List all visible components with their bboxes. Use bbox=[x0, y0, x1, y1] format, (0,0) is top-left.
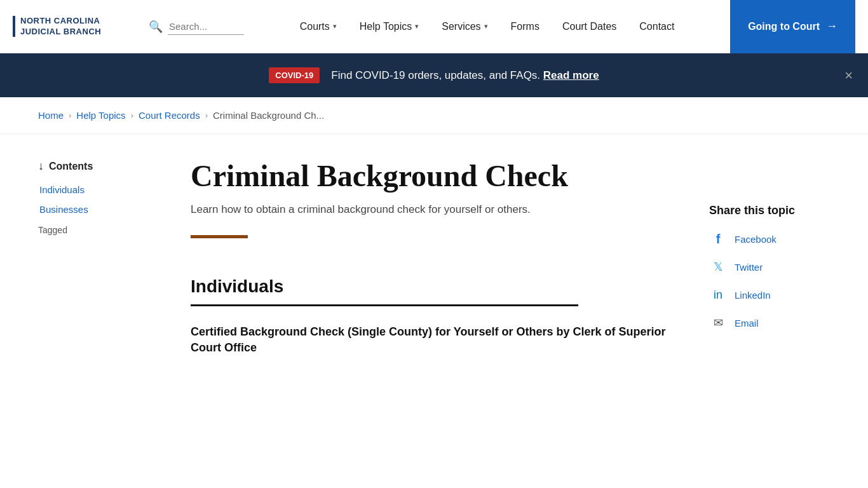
subsection-title: Certified Background Check (Single Count… bbox=[191, 324, 677, 356]
logo[interactable]: NORTH CAROLINA JUDICIAL BRANCH bbox=[13, 16, 127, 37]
nav-item-court-dates[interactable]: Court Dates bbox=[551, 0, 628, 53]
linkedin-icon: in bbox=[709, 286, 727, 304]
sidebar-link-businesses[interactable]: Businesses bbox=[38, 204, 153, 215]
main-content: Criminal Background Check Learn how to o… bbox=[165, 134, 703, 361]
covid-badge: COVID-19 bbox=[269, 67, 320, 83]
search-area: 🔍 bbox=[149, 18, 244, 35]
nav-item-services[interactable]: Services ▾ bbox=[430, 0, 499, 53]
section-individuals: Individuals Certified Background Check (… bbox=[191, 251, 677, 356]
section-divider bbox=[191, 304, 578, 306]
breadcrumb-separator: › bbox=[205, 111, 208, 120]
arrow-right-icon: → bbox=[826, 20, 837, 33]
search-input[interactable] bbox=[168, 18, 244, 35]
breadcrumb-help-topics[interactable]: Help Topics bbox=[76, 110, 125, 121]
covid-text: Find COVID-19 orders, updates, and FAQs.… bbox=[331, 69, 599, 82]
contents-title: ↓ Contents bbox=[38, 159, 153, 173]
sidebar-link-individuals[interactable]: Individuals bbox=[38, 184, 153, 195]
nav-item-help-topics[interactable]: Help Topics ▾ bbox=[348, 0, 430, 53]
covid-close-button[interactable]: × bbox=[844, 69, 853, 83]
breadcrumb-court-records[interactable]: Court Records bbox=[139, 110, 200, 121]
breadcrumb-separator: › bbox=[131, 111, 133, 120]
breadcrumb-current: Criminal Background Ch... bbox=[213, 110, 324, 121]
email-icon: ✉ bbox=[709, 314, 727, 332]
chevron-down-icon: ▾ bbox=[484, 22, 488, 30]
page-title: Criminal Background Check bbox=[191, 159, 677, 193]
down-arrow-icon: ↓ bbox=[38, 159, 44, 173]
title-divider bbox=[191, 235, 248, 238]
covid-banner: COVID-19 Find COVID-19 orders, updates, … bbox=[0, 53, 868, 97]
nav-item-forms[interactable]: Forms bbox=[499, 0, 551, 53]
share-linkedin-link[interactable]: in LinkedIn bbox=[709, 286, 830, 304]
main-nav: Courts ▾ Help Topics ▾ Services ▾ Forms … bbox=[259, 0, 715, 53]
covid-read-more-link[interactable]: Read more bbox=[543, 69, 599, 81]
page-subtitle: Learn how to obtain a criminal backgroun… bbox=[191, 203, 677, 216]
main-header: NORTH CAROLINA JUDICIAL BRANCH 🔍 Courts … bbox=[0, 0, 868, 53]
chevron-down-icon: ▾ bbox=[333, 22, 337, 30]
going-to-court-button[interactable]: Going to Court → bbox=[730, 0, 855, 53]
main-wrapper: ↓ Contents Individuals Businesses Tagged… bbox=[0, 134, 868, 361]
nav-item-contact[interactable]: Contact bbox=[628, 0, 686, 53]
nav-item-courts[interactable]: Courts ▾ bbox=[288, 0, 348, 53]
section-heading-individuals: Individuals bbox=[191, 276, 677, 297]
right-sidebar: Share this topic f Facebook 𝕏 Twitter in… bbox=[703, 134, 830, 361]
page-title-section: Criminal Background Check Learn how to o… bbox=[191, 134, 677, 251]
share-title: Share this topic bbox=[709, 204, 830, 217]
share-facebook-link[interactable]: f Facebook bbox=[709, 230, 830, 248]
breadcrumb-home[interactable]: Home bbox=[38, 110, 64, 121]
tagged-label: Tagged bbox=[38, 225, 153, 235]
share-email-link[interactable]: ✉ Email bbox=[709, 314, 830, 332]
left-sidebar: ↓ Contents Individuals Businesses Tagged bbox=[38, 134, 165, 361]
facebook-icon: f bbox=[709, 230, 727, 248]
logo-text: NORTH CAROLINA JUDICIAL BRANCH bbox=[13, 16, 101, 37]
breadcrumb: Home › Help Topics › Court Records › Cri… bbox=[0, 97, 868, 134]
search-icon: 🔍 bbox=[149, 20, 163, 34]
breadcrumb-separator: › bbox=[69, 111, 71, 120]
twitter-icon: 𝕏 bbox=[709, 258, 727, 276]
chevron-down-icon: ▾ bbox=[415, 22, 419, 30]
share-twitter-link[interactable]: 𝕏 Twitter bbox=[709, 258, 830, 276]
